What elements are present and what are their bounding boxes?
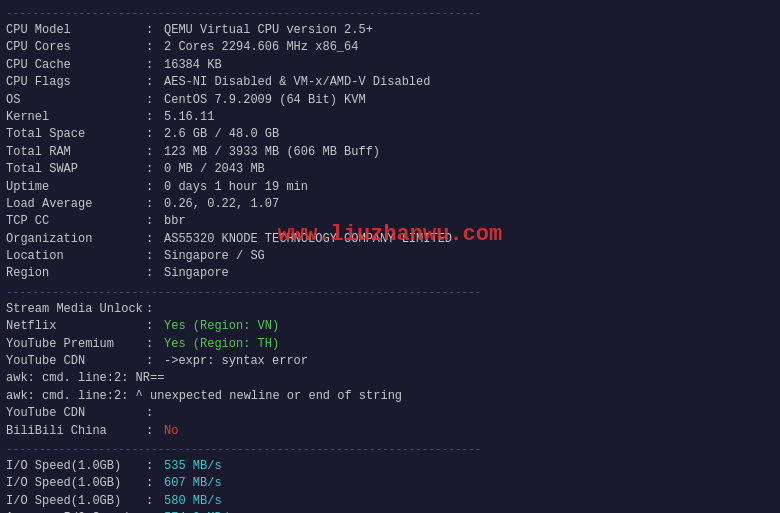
youtube-cdn-value: ->expr: syntax error — [164, 353, 308, 370]
colon: : — [146, 126, 164, 143]
organization-label: Organization — [6, 231, 146, 248]
table-row: CPU Cores : 2 Cores 2294.606 MHz x86_64 — [6, 39, 774, 56]
kernel-label: Kernel — [6, 109, 146, 126]
table-row: Stream Media Unlock : — [6, 301, 774, 318]
bilibili-label: BiliBili China — [6, 423, 146, 440]
colon: : — [146, 39, 164, 56]
table-row: Kernel : 5.16.11 — [6, 109, 774, 126]
uptime-value: 0 days 1 hour 19 min — [164, 179, 308, 196]
table-row: YouTube CDN : — [6, 405, 774, 422]
colon: : — [146, 22, 164, 39]
region-value: Singapore — [164, 265, 229, 282]
table-row: awk: cmd. line:2: NR== — [6, 370, 774, 387]
load-average-value: 0.26, 0.22, 1.07 — [164, 196, 279, 213]
colon: : — [146, 405, 164, 422]
region-label: Region — [6, 265, 146, 282]
colon: : — [146, 353, 164, 370]
cpu-cache-value: 16384 KB — [164, 57, 222, 74]
awk-error-1: awk: cmd. line:2: NR== — [6, 370, 164, 387]
colon: : — [146, 161, 164, 178]
youtube-premium-label: YouTube Premium — [6, 336, 146, 353]
youtube-cdn2-label: YouTube CDN — [6, 405, 146, 422]
tcp-cc-value: bbr — [164, 213, 186, 230]
total-swap-label: Total SWAP — [6, 161, 146, 178]
io-speed-1-value: 535 MB/s — [164, 458, 222, 475]
table-row: awk: cmd. line:2: ^ unexpected newline o… — [6, 388, 774, 405]
total-ram-value: 123 MB / 3933 MB (606 MB Buff) — [164, 144, 380, 161]
cpu-model-value: QEMU Virtual CPU version 2.5+ — [164, 22, 373, 39]
uptime-label: Uptime — [6, 179, 146, 196]
tcp-cc-label: TCP CC — [6, 213, 146, 230]
table-row: Uptime : 0 days 1 hour 19 min — [6, 179, 774, 196]
table-row: I/O Speed(1.0GB) : 607 MB/s — [6, 475, 774, 492]
table-row: CPU Cache : 16384 KB — [6, 57, 774, 74]
table-row: YouTube CDN : ->expr: syntax error — [6, 353, 774, 370]
colon: : — [146, 109, 164, 126]
table-row: BiliBili China : No — [6, 423, 774, 440]
location-label: Location — [6, 248, 146, 265]
total-swap-value: 0 MB / 2043 MB — [164, 161, 265, 178]
divider-media: ----------------------------------------… — [6, 286, 774, 298]
cpu-cores-label: CPU Cores — [6, 39, 146, 56]
bilibili-value: No — [164, 423, 178, 440]
netflix-value: Yes (Region: VN) — [164, 318, 279, 335]
table-row: I/O Speed(1.0GB) : 535 MB/s — [6, 458, 774, 475]
io-speed-3-label: I/O Speed(1.0GB) — [6, 493, 146, 510]
table-row: CPU Model : QEMU Virtual CPU version 2.5… — [6, 22, 774, 39]
colon: : — [146, 74, 164, 91]
colon: : — [146, 458, 164, 475]
colon: : — [146, 301, 164, 318]
io-speed-1-label: I/O Speed(1.0GB) — [6, 458, 146, 475]
colon: : — [146, 57, 164, 74]
table-row: Load Average : 0.26, 0.22, 1.07 — [6, 196, 774, 213]
os-label: OS — [6, 92, 146, 109]
kernel-value: 5.16.11 — [164, 109, 214, 126]
colon: : — [146, 423, 164, 440]
io-speed-section: I/O Speed(1.0GB) : 535 MB/s I/O Speed(1.… — [6, 458, 774, 513]
colon: : — [146, 265, 164, 282]
colon: : — [146, 179, 164, 196]
colon: : — [146, 196, 164, 213]
total-space-value: 2.6 GB / 48.0 GB — [164, 126, 279, 143]
table-row: CPU Flags : AES-NI Disabled & VM-x/AMD-V… — [6, 74, 774, 91]
table-row: Total Space : 2.6 GB / 48.0 GB — [6, 126, 774, 143]
cpu-cores-value: 2 Cores 2294.606 MHz x86_64 — [164, 39, 358, 56]
io-speed-2-value: 607 MB/s — [164, 475, 222, 492]
colon: : — [146, 248, 164, 265]
youtube-premium-value: Yes (Region: TH) — [164, 336, 279, 353]
colon: : — [146, 493, 164, 510]
table-row: I/O Speed(1.0GB) : 580 MB/s — [6, 493, 774, 510]
colon: : — [146, 318, 164, 335]
total-ram-label: Total RAM — [6, 144, 146, 161]
os-value: CentOS 7.9.2009 (64 Bit) KVM — [164, 92, 366, 109]
colon: : — [146, 144, 164, 161]
table-row: YouTube Premium : Yes (Region: TH) — [6, 336, 774, 353]
table-row: Netflix : Yes (Region: VN) — [6, 318, 774, 335]
io-speed-3-value: 580 MB/s — [164, 493, 222, 510]
table-row: Region : Singapore — [6, 265, 774, 282]
table-row: Total RAM : 123 MB / 3933 MB (606 MB Buf… — [6, 144, 774, 161]
load-average-label: Load Average — [6, 196, 146, 213]
table-row: Location : Singapore / SG — [6, 248, 774, 265]
cpu-flags-label: CPU Flags — [6, 74, 146, 91]
colon: : — [146, 336, 164, 353]
awk-error-2: awk: cmd. line:2: ^ unexpected newline o… — [6, 388, 402, 405]
netflix-label: Netflix — [6, 318, 146, 335]
media-unlock-section: Stream Media Unlock : Netflix : Yes (Reg… — [6, 301, 774, 440]
youtube-cdn-label: YouTube CDN — [6, 353, 146, 370]
io-speed-2-label: I/O Speed(1.0GB) — [6, 475, 146, 492]
location-value: Singapore / SG — [164, 248, 265, 265]
colon: : — [146, 213, 164, 230]
cpu-flags-value: AES-NI Disabled & VM-x/AMD-V Disabled — [164, 74, 430, 91]
colon: : — [146, 92, 164, 109]
divider-top: ----------------------------------------… — [6, 7, 774, 19]
cpu-cache-label: CPU Cache — [6, 57, 146, 74]
cpu-model-label: CPU Model — [6, 22, 146, 39]
total-space-label: Total Space — [6, 126, 146, 143]
table-row: Total SWAP : 0 MB / 2043 MB — [6, 161, 774, 178]
stream-media-label: Stream Media Unlock — [6, 301, 146, 318]
table-row: OS : CentOS 7.9.2009 (64 Bit) KVM — [6, 92, 774, 109]
colon: : — [146, 231, 164, 248]
watermark: www.liuzhanwu.com — [278, 222, 502, 247]
colon: : — [146, 475, 164, 492]
